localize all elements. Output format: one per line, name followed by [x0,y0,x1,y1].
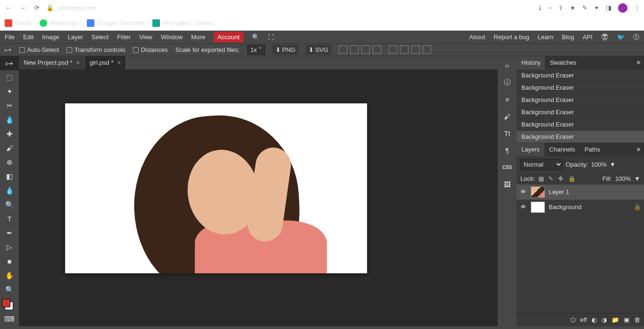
history-item[interactable]: Background Eraser [517,131,644,143]
panel-menu-icon[interactable]: ≡ [633,146,644,153]
transform-checkbox[interactable]: Transform controls [67,46,125,53]
menu-layer[interactable]: Layer [68,34,84,41]
type-tool[interactable]: T [0,212,19,226]
visibility-icon[interactable]: 👁 [519,188,527,195]
character-panel-icon[interactable]: Tt [501,127,514,140]
tab-girl[interactable]: girl.psd *× [85,56,126,69]
align-left-icon[interactable] [339,45,347,54]
tab-swatches[interactable]: Swatches [545,56,581,69]
fullscreen-icon[interactable]: ⛶ [268,34,274,41]
sidepanel-icon[interactable]: ◨ [606,4,611,11]
forward-button[interactable]: → [18,3,27,13]
history-item[interactable]: Background Eraser [517,69,644,82]
zoom-tool[interactable]: 🔍 [0,283,19,297]
visibility-icon[interactable]: 👁 [519,203,527,211]
keyboard-icon[interactable]: ⌨ [0,312,19,326]
stamp-tool[interactable]: ⊕ [0,155,19,169]
align-right-icon[interactable] [361,45,370,54]
marquee-tool[interactable]: ⬚ [0,70,19,84]
back-button[interactable]: ← [4,3,13,13]
menu-image[interactable]: Image [42,34,59,41]
trash-icon[interactable]: 🗑 [634,316,640,323]
tab-new-project[interactable]: New Project.psd *× [19,56,85,69]
menu-more[interactable]: More [191,34,205,41]
menu-dots-icon[interactable]: ⋮ [634,4,640,11]
link-layers-icon[interactable]: ⬡ [570,316,576,323]
history-item[interactable]: Background Eraser [517,106,644,118]
blend-mode-select[interactable]: Normal [520,159,563,170]
lock-all-icon[interactable]: 🔒 [568,175,575,182]
dropdown-icon[interactable]: ▼ [634,175,640,182]
twitter-icon[interactable]: 🐦 [617,34,625,41]
menu-edit[interactable]: Edit [23,34,33,41]
move-tool[interactable]: ▹+ [0,56,19,70]
crop-tool[interactable]: ✂ [0,99,19,113]
export-png-button[interactable]: ⬇ PNG [273,45,298,55]
export-svg-button[interactable]: ⬇ SVG [306,45,331,55]
layer-row[interactable]: 👁 Layer 1 [517,185,644,200]
dodge-tool[interactable]: 🔍 [0,198,19,212]
brush-tool[interactable]: 🖌 [0,141,19,155]
address-bar[interactable]: 🔒 photopea.com [46,4,533,11]
page-icon[interactable]: ▫ [549,4,552,11]
history-item[interactable]: Background Eraser [517,82,644,94]
folder-icon[interactable]: 📁 [611,316,619,323]
reload-button[interactable]: ⟳ [32,3,42,13]
link-api[interactable]: API [583,34,593,41]
opacity-value[interactable]: 100% [591,161,607,168]
new-layer-icon[interactable]: ▣ [624,316,629,323]
tab-layers[interactable]: Layers [517,143,544,156]
close-icon[interactable]: × [117,59,121,66]
align-center-icon[interactable] [350,45,359,54]
panel-menu-icon[interactable]: ≡ [633,59,644,66]
distances-checkbox[interactable]: Distances [133,46,168,53]
tab-paths[interactable]: Paths [580,143,605,156]
history-item[interactable]: Background Eraser [517,94,644,106]
color-swatch[interactable] [2,299,13,310]
fx-button[interactable]: eff [580,316,587,323]
menu-select[interactable]: Select [92,34,109,41]
distribute-3-icon[interactable] [411,45,420,54]
canvas-viewport[interactable] [19,69,498,326]
facebook-icon[interactable]: ⓕ [633,33,639,42]
tab-history[interactable]: History [517,56,545,69]
bookmark-star-icon[interactable]: ★ [570,4,576,11]
adjustment-icon[interactable]: ◑ [602,316,607,323]
link-report[interactable]: Report a bug [494,34,529,41]
lock-transparent-icon[interactable]: ▦ [538,175,545,182]
css-panel-icon[interactable]: CSS [501,161,514,174]
paragraph-panel-icon[interactable]: ¶ [501,144,514,157]
eyedropper-icon[interactable]: ✎ [582,4,587,11]
image-panel-icon[interactable]: 🖼 [501,178,514,191]
scale-select[interactable]: 1x ˅ [247,45,265,55]
lock-position-icon[interactable]: ✥ [558,175,565,182]
distribute-4-icon[interactable] [423,45,431,54]
bookmark-translate[interactable]: Google Translate [87,19,144,27]
shape-tool[interactable]: ■ [0,254,19,269]
heal-tool[interactable]: ✚ [0,127,19,141]
auto-select-checkbox[interactable]: Auto-Select [19,46,59,53]
eyedropper-tool[interactable]: 💧 [0,113,19,127]
collapse-icon[interactable]: ‹› [501,59,514,72]
hand-tool[interactable]: ✋ [0,269,19,283]
share-icon[interactable]: ⇪ [558,4,563,11]
brush-panel-icon[interactable]: 🖌 [501,110,514,123]
link-blog[interactable]: Blog [562,34,574,41]
reddit-icon[interactable]: 👽 [601,34,609,41]
pen-tool[interactable]: ✒ [0,226,19,240]
mask-icon[interactable]: ◐ [592,316,597,323]
lock-paint-icon[interactable]: ✎ [548,175,555,182]
tab-channels[interactable]: Channels [544,143,580,156]
link-about[interactable]: About [469,34,485,41]
layer-thumbnail[interactable] [531,202,545,213]
blur-tool[interactable]: 💧 [0,184,19,198]
info-panel-icon[interactable]: ⓘ [501,76,514,89]
distribute-1-icon[interactable] [389,45,397,54]
layer-name[interactable]: Background [549,203,581,211]
canvas[interactable] [65,103,367,273]
bookmark-whatsapp[interactable]: WhatsApp [40,19,78,27]
layer-row[interactable]: 👁 Background 🔒 [517,200,644,215]
menu-view[interactable]: View [139,34,152,41]
search-icon[interactable]: 🔍 [252,34,259,41]
eraser-tool[interactable]: ◧ [0,169,19,184]
